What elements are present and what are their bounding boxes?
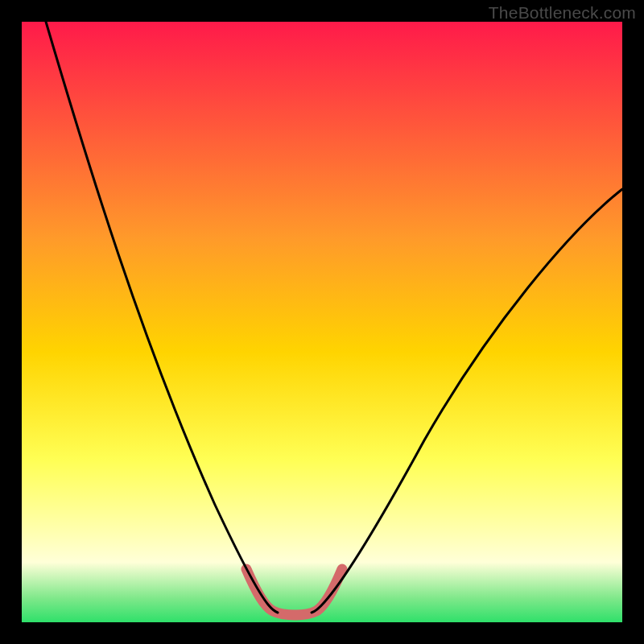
watermark-text: TheBottleneck.com: [489, 3, 636, 23]
bottleneck-curve: [22, 22, 622, 622]
chart-frame: TheBottleneck.com: [0, 0, 644, 644]
curve-right-branch: [312, 189, 622, 613]
plot-area: [22, 22, 622, 622]
curve-left-branch: [46, 22, 278, 613]
